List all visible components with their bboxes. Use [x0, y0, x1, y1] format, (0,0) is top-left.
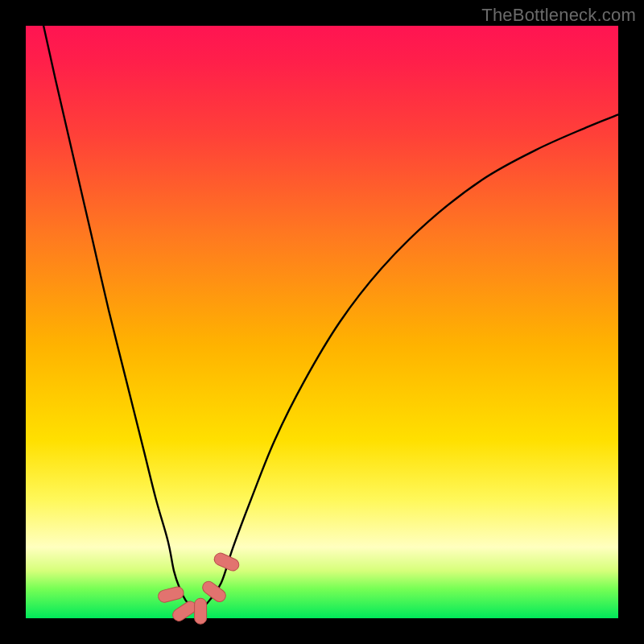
bottleneck-curve [43, 26, 618, 609]
marker-flat-mid-r [195, 598, 207, 624]
chart-frame: TheBottleneck.com [0, 0, 644, 644]
watermark-text: TheBottleneck.com [481, 5, 636, 26]
flat-markers [157, 551, 241, 624]
curve-svg [26, 26, 618, 618]
marker-flat-left [157, 585, 185, 603]
plot-area [26, 26, 618, 618]
